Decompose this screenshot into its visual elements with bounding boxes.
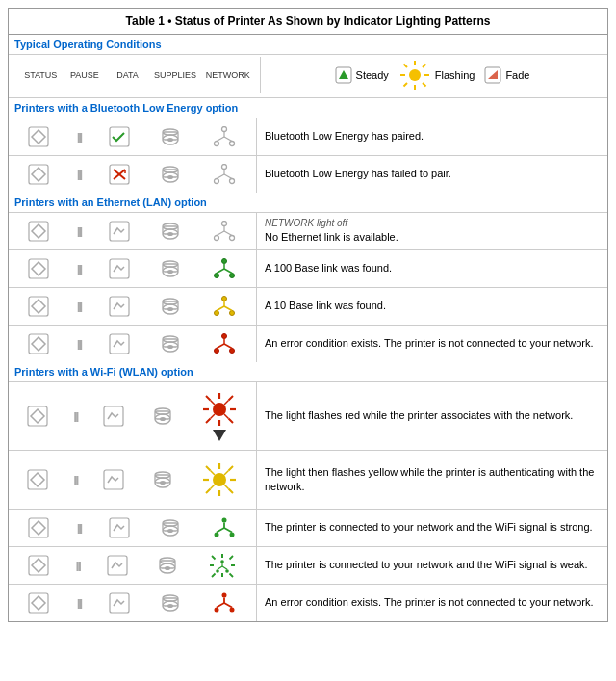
description-cell: The printer is connected to your network… bbox=[257, 554, 607, 576]
data-x-icon bbox=[109, 164, 130, 185]
svg-line-107 bbox=[206, 419, 211, 424]
legend-fade: Fade bbox=[484, 66, 529, 84]
svg-point-163 bbox=[225, 569, 229, 573]
table-row: II An error condition exists. The printe… bbox=[9, 585, 607, 621]
svg-line-6 bbox=[403, 65, 407, 68]
supplies-icon bbox=[157, 333, 184, 354]
svg-line-66 bbox=[224, 269, 232, 274]
svg-line-7 bbox=[423, 83, 426, 87]
svg-line-158 bbox=[230, 574, 234, 578]
svg-point-87 bbox=[221, 334, 226, 339]
svg-point-162 bbox=[216, 569, 219, 573]
svg-point-161 bbox=[220, 560, 224, 563]
status-icon bbox=[28, 592, 49, 614]
supplies-icon bbox=[149, 406, 176, 427]
supplies-icon bbox=[157, 296, 184, 317]
description-text: No Ethernet link is available. bbox=[265, 230, 600, 245]
status-icon bbox=[28, 333, 49, 354]
col-label-data: DATA bbox=[108, 70, 146, 80]
icons-cell: II bbox=[9, 510, 257, 546]
section-bluetooth: Printers with a Bluetooth Low Energy opt… bbox=[9, 98, 607, 193]
icons-cell: II bbox=[9, 547, 257, 584]
description-text: The light then flashes yellow while the … bbox=[265, 466, 594, 492]
col-label-pause: PAUSE bbox=[65, 70, 104, 80]
pause-icon: II bbox=[73, 408, 77, 425]
network-icon-gray bbox=[212, 164, 237, 185]
network-icon-gray bbox=[212, 126, 237, 147]
icons-cell: II bbox=[9, 326, 257, 362]
table-row: II NETWORK light off No Ethernet link is… bbox=[9, 213, 607, 250]
flashing-label: Flashing bbox=[435, 69, 475, 81]
svg-point-88 bbox=[214, 349, 218, 354]
svg-line-24 bbox=[217, 137, 224, 142]
pause-icon: II bbox=[76, 558, 80, 574]
svg-line-65 bbox=[217, 269, 224, 274]
svg-line-105 bbox=[228, 419, 233, 424]
svg-line-8 bbox=[423, 65, 426, 68]
icons-cell: II bbox=[9, 288, 257, 325]
section-wifi-header: Printers with a Wi-Fi (WLAN) option bbox=[9, 362, 607, 382]
description-text: A 10 Base link was found. bbox=[265, 300, 386, 311]
status-icon-gray bbox=[28, 164, 49, 185]
table-row: II bbox=[9, 547, 607, 585]
svg-line-159 bbox=[230, 556, 234, 560]
svg-point-49 bbox=[214, 236, 218, 241]
description-cell: A 10 Base link was found. bbox=[257, 295, 607, 317]
flashing-icon bbox=[398, 59, 431, 92]
svg-line-165 bbox=[218, 566, 222, 569]
data-icon bbox=[109, 258, 130, 279]
supplies-icon bbox=[157, 258, 184, 279]
svg-line-53 bbox=[224, 231, 232, 236]
table-row: II bbox=[9, 156, 607, 193]
pause-icon: II bbox=[77, 336, 81, 353]
icons-cell: II bbox=[9, 451, 257, 509]
svg-line-110 bbox=[210, 414, 215, 419]
description-cell: Bluetooth Low Energy has failed to pair. bbox=[257, 163, 607, 185]
icons-cell: II bbox=[9, 213, 257, 249]
col-label-supplies: SUPPLIES bbox=[151, 70, 199, 80]
supplies-icon bbox=[157, 517, 184, 538]
pause-icon: II bbox=[77, 167, 81, 183]
svg-line-145 bbox=[224, 528, 232, 533]
svg-line-104 bbox=[206, 396, 211, 401]
svg-line-166 bbox=[222, 566, 227, 569]
description-cell: Bluetooth Low Energy has paired. bbox=[257, 125, 607, 147]
icons-cell: II bbox=[9, 118, 257, 155]
section-wifi: Printers with a Wi-Fi (WLAN) option II bbox=[9, 362, 607, 621]
icons-cell: II bbox=[9, 382, 257, 450]
legend-steady: Steady bbox=[335, 66, 389, 84]
data-icon bbox=[109, 517, 130, 538]
status-icon-gray bbox=[28, 126, 49, 147]
svg-point-140 bbox=[221, 518, 226, 523]
svg-line-39 bbox=[217, 174, 224, 179]
svg-line-52 bbox=[217, 231, 224, 236]
icons-cell: II bbox=[9, 156, 257, 193]
wifi-yellow-flash-icon bbox=[201, 461, 238, 498]
status-icon bbox=[28, 258, 49, 279]
data-icon bbox=[103, 406, 124, 427]
section-ethernet: Printers with an Ethernet (LAN) option I… bbox=[9, 193, 607, 362]
section-typical: Typical Operating Conditions STATUS PAUS… bbox=[9, 35, 607, 98]
pause-icon: II bbox=[77, 595, 81, 612]
status-icon bbox=[28, 296, 49, 317]
table-row: II The printer is connected to your netw… bbox=[9, 510, 607, 547]
svg-point-61 bbox=[221, 259, 226, 264]
pause-icon: II bbox=[77, 520, 81, 537]
table-title: Table 1 • Status of Printer As Shown by … bbox=[9, 9, 607, 35]
table-row: II bbox=[9, 118, 607, 156]
svg-point-36 bbox=[214, 179, 218, 184]
table-row: II An error condition exists. The printe… bbox=[9, 326, 607, 362]
data-check-icon bbox=[109, 126, 130, 147]
svg-line-106 bbox=[228, 396, 233, 401]
col-headers-row: STATUS PAUSE DATA SUPPLIES NETWORK Stead… bbox=[9, 55, 607, 98]
svg-point-22 bbox=[229, 142, 234, 146]
description-text: An error condition exists. The printer i… bbox=[265, 596, 594, 608]
svg-line-25 bbox=[224, 137, 232, 142]
network-icon-red2 bbox=[212, 592, 237, 614]
section-bluetooth-header: Printers with a Bluetooth Low Energy opt… bbox=[9, 98, 607, 118]
svg-line-9 bbox=[403, 83, 407, 87]
steady-label: Steady bbox=[356, 69, 389, 81]
data-icon bbox=[103, 469, 124, 490]
description-cell: An error condition exists. The printer i… bbox=[257, 332, 607, 354]
supplies-icon bbox=[154, 555, 181, 576]
